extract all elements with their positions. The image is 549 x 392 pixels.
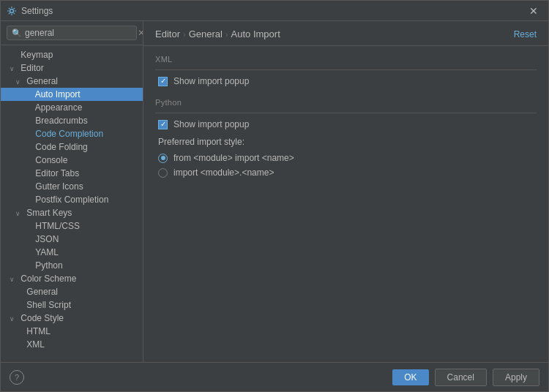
search-wrap: 🔍 ✕ <box>7 26 137 40</box>
sidebar-item-code-style[interactable]: ∨ Code Style <box>1 312 143 325</box>
search-clear-icon[interactable]: ✕ <box>138 28 143 38</box>
breadcrumb: Editor › General › Auto Import <box>155 29 280 39</box>
xml-section-label: XML <box>155 55 537 64</box>
sidebar-item-code-completion[interactable]: Code Completion <box>1 127 143 140</box>
search-input[interactable] <box>25 28 135 38</box>
title-bar: Settings ✕ <box>1 1 548 21</box>
xml-section: XML ✓ Show import popup <box>155 55 537 86</box>
sidebar-item-color-general[interactable]: General <box>1 285 143 298</box>
sidebar-item-json[interactable]: JSON <box>1 233 143 246</box>
svg-point-0 <box>10 9 14 12</box>
radio-from-import[interactable] <box>158 154 168 163</box>
breadcrumb-sep-2: › <box>225 30 228 39</box>
sidebar-item-keymap[interactable]: Keymap <box>1 48 143 61</box>
sidebar: 🔍 ✕ Keymap ∨ Editor ∨ <box>1 21 143 362</box>
radio-import-dot[interactable] <box>158 168 168 178</box>
breadcrumb-general: General <box>189 29 223 39</box>
window-title: Settings <box>21 6 53 16</box>
xml-show-popup-checkbox[interactable]: ✓ <box>158 77 168 86</box>
cancel-button[interactable]: Cancel <box>435 369 487 386</box>
sidebar-item-xml[interactable]: XML <box>1 338 143 351</box>
settings-window: Settings ✕ 🔍 ✕ Keymap ∨ <box>0 0 549 392</box>
bottom-bar: ? OK Cancel Apply <box>1 362 548 391</box>
title-bar-left: Settings <box>7 6 53 16</box>
sidebar-item-appearance[interactable]: Appearance <box>1 101 143 114</box>
search-icon: 🔍 <box>12 29 22 38</box>
settings-icon <box>7 6 17 16</box>
sidebar-item-shell-script[interactable]: Shell Script <box>1 298 143 312</box>
arrow-icon: ∨ <box>15 78 24 86</box>
radio-from-import-label: from <module> import <name> <box>173 153 294 163</box>
sidebar-item-general[interactable]: ∨ General <box>1 75 143 88</box>
arrow-icon: ∨ <box>10 276 18 283</box>
radio-import-dot-row: import <module>.<name> <box>155 167 537 178</box>
preferred-style-label: Preferred import style: <box>155 137 537 147</box>
xml-show-popup-row: ✓ Show import popup <box>155 76 537 86</box>
reset-button[interactable]: Reset <box>514 29 537 39</box>
sidebar-item-yaml[interactable]: YAML <box>1 246 143 259</box>
main-header: Editor › General › Auto Import Reset <box>143 21 548 46</box>
sidebar-item-postfix-completion[interactable]: Postfix Completion <box>1 193 143 206</box>
arrow-icon: ∨ <box>10 65 18 72</box>
sidebar-item-editor[interactable]: ∨ Editor <box>1 61 143 75</box>
apply-button[interactable]: Apply <box>493 369 539 386</box>
breadcrumb-editor: Editor <box>155 29 180 39</box>
settings-content: XML ✓ Show import popup Python <box>143 46 548 362</box>
sidebar-item-console[interactable]: Console <box>1 154 143 167</box>
sidebar-item-smart-keys[interactable]: ∨ Smart Keys <box>1 206 143 219</box>
radio-from-import-row: from <module> import <name> <box>155 153 537 163</box>
sidebar-item-gutter-icons[interactable]: Gutter Icons <box>1 180 143 193</box>
bottom-right-buttons: OK Cancel Apply <box>392 369 539 386</box>
sidebar-tree: Keymap ∨ Editor ∨ General Auto Import <box>1 45 143 362</box>
python-show-popup-checkbox[interactable]: ✓ <box>158 120 168 129</box>
main-content-area: 🔍 ✕ Keymap ∨ Editor ∨ <box>1 21 548 362</box>
search-box: 🔍 ✕ <box>1 21 143 45</box>
xml-divider <box>155 69 537 70</box>
breadcrumb-auto-import: Auto Import <box>231 29 280 39</box>
radio-import-dot-label: import <module>.<name> <box>173 167 274 178</box>
help-button[interactable]: ? <box>10 370 24 385</box>
main-panel: Editor › General › Auto Import Reset XML… <box>143 21 548 362</box>
python-section: Python ✓ Show import popup Preferred imp… <box>155 98 537 178</box>
sidebar-item-editor-tabs[interactable]: Editor Tabs <box>1 167 143 180</box>
breadcrumb-sep-1: › <box>183 30 186 39</box>
sidebar-item-color-scheme[interactable]: ∨ Color Scheme <box>1 272 143 285</box>
ok-button[interactable]: OK <box>392 369 428 385</box>
python-divider <box>155 113 537 113</box>
close-button[interactable]: ✕ <box>525 4 542 18</box>
sidebar-item-code-folding[interactable]: Code Folding <box>1 140 143 154</box>
sidebar-item-html-css[interactable]: HTML/CSS <box>1 219 143 233</box>
sidebar-item-auto-import[interactable]: Auto Import <box>1 88 143 101</box>
python-show-popup-label: Show import popup <box>173 119 249 129</box>
python-section-label: Python <box>155 98 537 107</box>
check-icon: ✓ <box>160 78 166 85</box>
arrow-icon: ∨ <box>10 315 18 323</box>
sidebar-item-breadcrumbs[interactable]: Breadcrumbs <box>1 114 143 127</box>
arrow-icon: ∨ <box>15 210 24 217</box>
check-icon: ✓ <box>160 121 166 128</box>
python-show-popup-row: ✓ Show import popup <box>155 119 537 129</box>
sidebar-item-html[interactable]: HTML <box>1 325 143 338</box>
xml-show-popup-label: Show import popup <box>173 76 249 86</box>
sidebar-item-python[interactable]: Python <box>1 259 143 272</box>
